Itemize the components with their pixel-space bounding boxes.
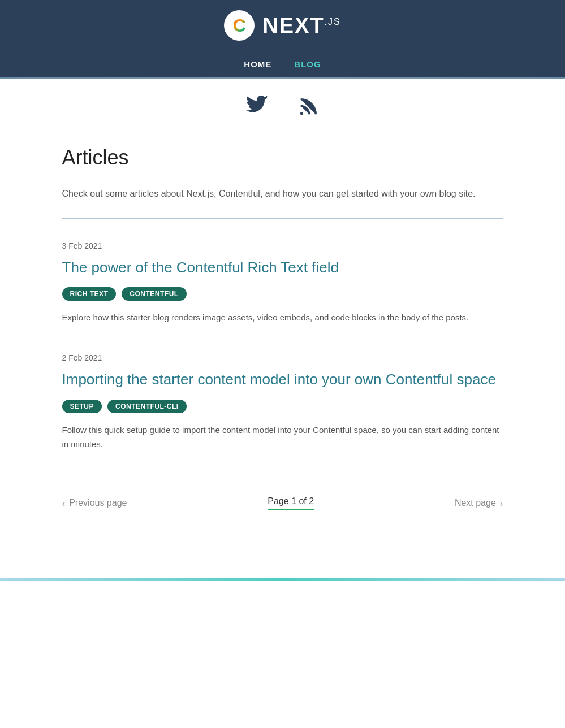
article-1-date: 3 Feb 2021 — [62, 241, 503, 250]
page-info: Page 1 of 2 — [268, 496, 314, 510]
nextjs-logo-text: NEXT.JS — [262, 14, 340, 38]
page-title: Articles — [62, 146, 503, 170]
nav-blog[interactable]: BLOG — [294, 59, 321, 69]
article-1-tags: RICH TEXT CONTENTFUL — [62, 287, 503, 301]
previous-page-button[interactable]: ‹ Previous page — [62, 497, 127, 510]
tag-setup[interactable]: SETUP — [62, 400, 102, 413]
chevron-right-icon: › — [499, 497, 503, 510]
article-2-tags: SETUP CONTENTFUL-CLI — [62, 400, 503, 413]
article-2-title[interactable]: Importing the starter content model into… — [62, 370, 503, 389]
article-2: 2 Feb 2021 Importing the starter content… — [62, 353, 503, 451]
article-1-excerpt: Explore how this starter blog renders im… — [62, 311, 503, 325]
nav-home[interactable]: HOME — [244, 59, 271, 69]
section-divider — [62, 218, 503, 219]
article-2-excerpt: Follow this quick setup guide to import … — [62, 423, 503, 452]
header-underline — [0, 77, 565, 79]
pagination: ‹ Previous page Page 1 of 2 Next page › — [62, 479, 503, 521]
article-2-date: 2 Feb 2021 — [62, 353, 503, 362]
previous-page-label: Previous page — [69, 498, 127, 508]
logo: C NEXT.JS — [224, 10, 340, 41]
main-content: Articles Check out some articles about N… — [40, 135, 526, 555]
site-header: C NEXT.JS HOME BLOG — [0, 0, 565, 79]
next-page-button[interactable]: Next page › — [455, 497, 503, 510]
twitter-icon[interactable] — [246, 96, 269, 123]
article-1: 3 Feb 2021 The power of the Contentful R… — [62, 241, 503, 326]
page-description: Check out some articles about Next.js, C… — [62, 187, 503, 201]
contentful-logo-letter: C — [233, 15, 246, 36]
article-1-title[interactable]: The power of the Contentful Rich Text fi… — [62, 258, 503, 278]
chevron-left-icon: ‹ — [62, 497, 66, 510]
tag-contentful-cli[interactable]: CONTENTFUL-CLI — [107, 400, 187, 413]
rss-icon[interactable] — [297, 96, 320, 123]
next-page-label: Next page — [455, 498, 496, 508]
footer-accent-bar — [0, 578, 565, 581]
nextjs-logo-sub: .JS — [325, 17, 341, 27]
svg-point-1 — [300, 112, 303, 115]
logo-circle-icon: C — [224, 10, 255, 41]
tag-contentful[interactable]: CONTENTFUL — [122, 287, 186, 301]
main-nav: HOME BLOG — [0, 51, 565, 77]
tag-rich-text[interactable]: RICH TEXT — [62, 287, 117, 301]
social-bar — [0, 79, 565, 135]
